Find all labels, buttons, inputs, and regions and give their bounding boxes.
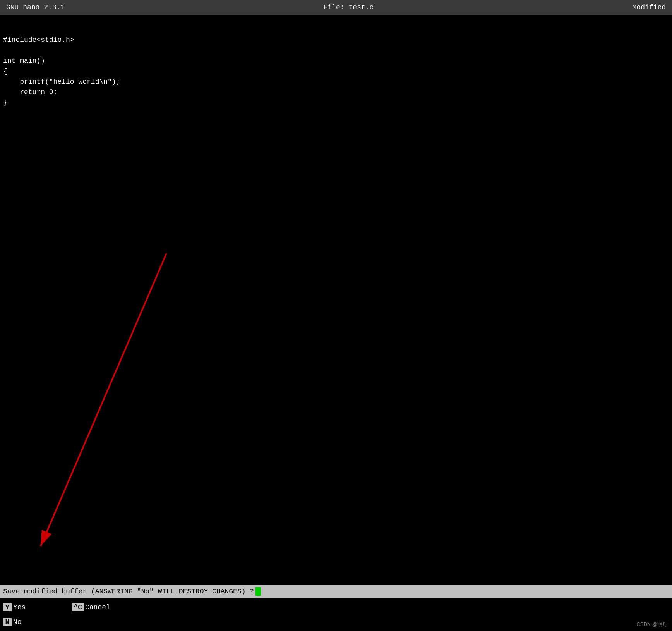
modified-label: Modified bbox=[633, 3, 666, 11]
svg-line-1 bbox=[41, 253, 166, 546]
code-line bbox=[3, 45, 669, 56]
header-bar: GNU nano 2.3.1 File: test.c Modified bbox=[0, 0, 672, 15]
key-n[interactable]: N bbox=[3, 618, 12, 626]
app-name: GNU nano 2.3.1 bbox=[6, 3, 65, 11]
terminal-window: GNU nano 2.3.1 File: test.c Modified #in… bbox=[0, 0, 672, 631]
watermark: CSDN @明丹 bbox=[636, 621, 667, 628]
status-bar: Save modified buffer (ANSWERING "No" WIL… bbox=[0, 585, 672, 598]
code-line: int main() bbox=[3, 56, 669, 66]
code-line: } bbox=[3, 98, 669, 108]
code-line: return 0; bbox=[3, 87, 669, 98]
option-row-yes: Y Yes ^C Cancel bbox=[3, 600, 669, 615]
file-label: File: test.c bbox=[324, 3, 374, 11]
code-line: { bbox=[3, 66, 669, 77]
label-cancel[interactable]: Cancel bbox=[85, 603, 110, 611]
bottom-section: Save modified buffer (ANSWERING "No" WIL… bbox=[0, 585, 672, 631]
label-yes[interactable]: Yes bbox=[13, 603, 26, 611]
code-line: #include<stdio.h> bbox=[3, 35, 669, 45]
cursor-block bbox=[255, 587, 261, 596]
label-no[interactable]: No bbox=[13, 618, 22, 626]
editor-area[interactable]: #include<stdio.h> int main(){ printf("he… bbox=[0, 15, 672, 585]
options-bar: Y Yes ^C Cancel N No bbox=[0, 598, 672, 631]
key-y[interactable]: Y bbox=[3, 603, 12, 611]
code-content: #include<stdio.h> int main(){ printf("he… bbox=[3, 35, 669, 108]
status-message: Save modified buffer (ANSWERING "No" WIL… bbox=[3, 588, 254, 595]
option-row-no: N No bbox=[3, 615, 669, 629]
code-line: printf("hello world\n"); bbox=[3, 77, 669, 87]
key-ctrl-c[interactable]: ^C bbox=[72, 603, 84, 611]
